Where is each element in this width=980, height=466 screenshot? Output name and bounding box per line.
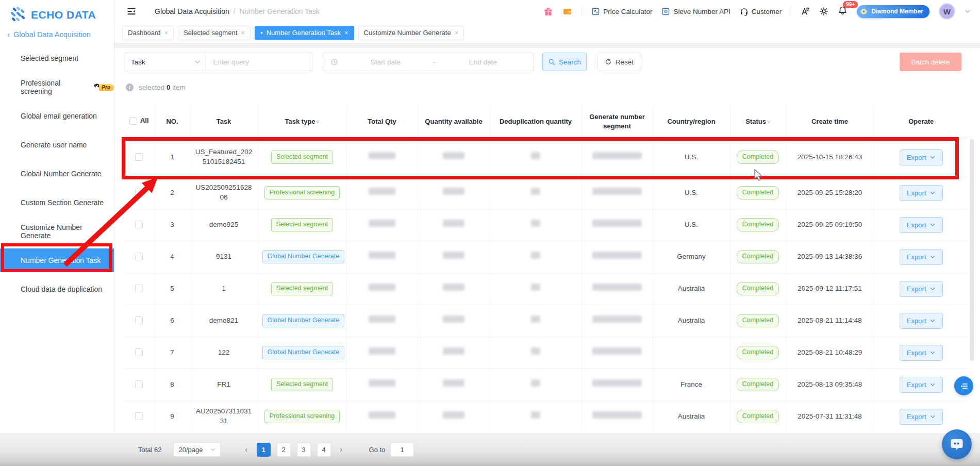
- page-number-button[interactable]: 3: [297, 443, 311, 457]
- sidebar-item[interactable]: Professional screening Pro: [0, 75, 114, 99]
- export-button[interactable]: Export: [900, 345, 943, 361]
- tab-close-icon[interactable]: ×: [241, 29, 245, 37]
- page-size-select[interactable]: 20/page: [173, 442, 221, 457]
- tab-close-icon[interactable]: ×: [164, 29, 169, 37]
- topbar-link-label: Sieve Number API: [673, 8, 730, 15]
- page-number-button[interactable]: 4: [317, 443, 331, 457]
- end-date-placeholder[interactable]: End date: [440, 58, 526, 66]
- sidebar-item-label: Global Number Generate: [21, 170, 101, 178]
- app-logo[interactable]: Echo Data: [0, 0, 114, 25]
- export-button[interactable]: Export: [900, 313, 943, 329]
- membership-badge[interactable]: Diamond Member: [857, 5, 929, 18]
- gift-icon[interactable]: [543, 7, 553, 16]
- search-button[interactable]: Search: [542, 53, 587, 71]
- translate-icon[interactable]: [801, 7, 810, 16]
- page-number-button[interactable]: 1: [257, 443, 271, 457]
- sidebar-item[interactable]: Global email generation: [0, 104, 114, 128]
- sort-caret-icon: ˅: [767, 119, 770, 125]
- row-checkbox[interactable]: [135, 189, 143, 196]
- tab[interactable]: ● Number Generation Task ×: [255, 26, 354, 40]
- sidebar-item[interactable]: Number Generation Task: [0, 248, 114, 272]
- row-checkbox[interactable]: [135, 348, 143, 356]
- sidebar-item[interactable]: Generate user name: [0, 133, 114, 157]
- pagination-total: Total 62: [138, 446, 162, 454]
- export-button[interactable]: Export: [900, 409, 943, 425]
- prev-page-button[interactable]: ‹: [239, 442, 254, 457]
- col-task-type[interactable]: Task type˅: [258, 106, 346, 138]
- task-type-badge: Professional screening: [264, 410, 340, 423]
- sidebar-item-label: Custom Section Generate: [21, 198, 104, 207]
- floating-list-button[interactable]: [954, 376, 973, 395]
- cell-segment-redacted: [582, 138, 653, 177]
- col-all: All: [140, 116, 149, 125]
- back-link-global-data-acquisition[interactable]: ‹ Global Data Acquisition: [0, 25, 114, 39]
- sidebar-item[interactable]: Cloud data de duplication: [0, 277, 114, 301]
- cell-no: 7: [155, 337, 190, 369]
- tab-close-icon[interactable]: ×: [344, 29, 348, 37]
- batch-delete-button[interactable]: Batch delete: [900, 53, 961, 71]
- reset-button-label: Reset: [616, 58, 634, 66]
- export-chevron-down-icon: [929, 381, 936, 388]
- query-input-wrap: [206, 53, 312, 71]
- cell-total-qty-redacted: [346, 305, 418, 337]
- export-button[interactable]: Export: [900, 281, 943, 297]
- row-checkbox[interactable]: [135, 253, 143, 260]
- query-input[interactable]: [206, 58, 312, 66]
- cell-segment-redacted: [582, 369, 653, 401]
- export-button[interactable]: Export: [900, 149, 943, 165]
- export-button[interactable]: Export: [900, 249, 943, 265]
- filter-field-select[interactable]: Task: [124, 53, 206, 71]
- notification-badge: 99+: [843, 1, 858, 8]
- export-button[interactable]: Export: [900, 377, 943, 393]
- export-button[interactable]: Export: [900, 217, 943, 233]
- sidebar-item[interactable]: Selected segment: [0, 46, 114, 70]
- date-range-picker[interactable]: Start date - End date: [323, 53, 534, 71]
- avatar[interactable]: W: [939, 3, 955, 20]
- export-button[interactable]: Export: [900, 185, 943, 201]
- topbar-link[interactable]: Sieve Number API: [661, 7, 730, 16]
- sidebar-item[interactable]: Custom Section Generate: [0, 191, 114, 214]
- task-type-badge: Selected segment: [271, 151, 333, 164]
- goto-label: Go to: [369, 446, 386, 454]
- status-badge: Completed: [737, 378, 779, 391]
- row-checkbox[interactable]: [135, 317, 143, 324]
- floating-chat-button[interactable]: [942, 429, 972, 459]
- filter-toolbar: Task Start date - End date Search Reset …: [124, 53, 980, 71]
- page-number-button[interactable]: 2: [277, 443, 291, 457]
- cell-quantity-available-redacted: [418, 369, 490, 401]
- goto-page-input[interactable]: [390, 442, 414, 457]
- tab[interactable]: ● Dashboard ×: [122, 26, 174, 40]
- task-type-badge: Global Number Generate: [262, 314, 345, 327]
- wallet-icon[interactable]: [562, 7, 572, 16]
- page-size-value: 20/page: [179, 446, 203, 454]
- notifications-button[interactable]: 99+: [838, 6, 848, 17]
- cell-total-qty-redacted: [346, 138, 418, 177]
- pro-tag-label: Pro: [99, 84, 114, 91]
- breadcrumb-root[interactable]: Global Data Acquisition: [155, 7, 229, 15]
- row-checkbox[interactable]: [135, 153, 143, 161]
- start-date-placeholder[interactable]: Start date: [342, 58, 429, 66]
- row-checkbox[interactable]: [135, 380, 143, 388]
- topbar-link[interactable]: Price Calculator: [591, 7, 652, 16]
- row-checkbox[interactable]: [135, 285, 143, 292]
- reset-button[interactable]: Reset: [597, 53, 641, 71]
- row-checkbox[interactable]: [135, 412, 143, 420]
- tab[interactable]: ● Selected segment ×: [178, 26, 251, 40]
- cell-country: France: [653, 369, 730, 401]
- cell-task: 1: [190, 273, 258, 305]
- tab[interactable]: ● Customize Number Generate ×: [358, 26, 464, 40]
- select-all-checkbox[interactable]: [129, 117, 137, 125]
- tab-close-icon[interactable]: ×: [455, 29, 459, 37]
- topbar-link[interactable]: Customer: [740, 7, 782, 16]
- table-scrollbar[interactable]: [970, 139, 974, 361]
- row-checkbox[interactable]: [135, 221, 143, 228]
- cell-create-time: 2025-08-13 09:35:48: [786, 369, 874, 401]
- sidebar-item[interactable]: Global Number Generate: [0, 162, 114, 186]
- avatar-chevron-down-icon[interactable]: [965, 8, 971, 14]
- next-page-button[interactable]: ›: [334, 442, 348, 457]
- sidebar-item[interactable]: Customize Number Generate: [0, 220, 114, 243]
- theme-sun-icon[interactable]: [819, 7, 828, 16]
- footer-bar: Total 62 20/page ‹ 1234 › Go to: [0, 433, 980, 466]
- collapse-menu-icon[interactable]: [127, 7, 136, 16]
- col-status[interactable]: Status˅: [730, 106, 786, 138]
